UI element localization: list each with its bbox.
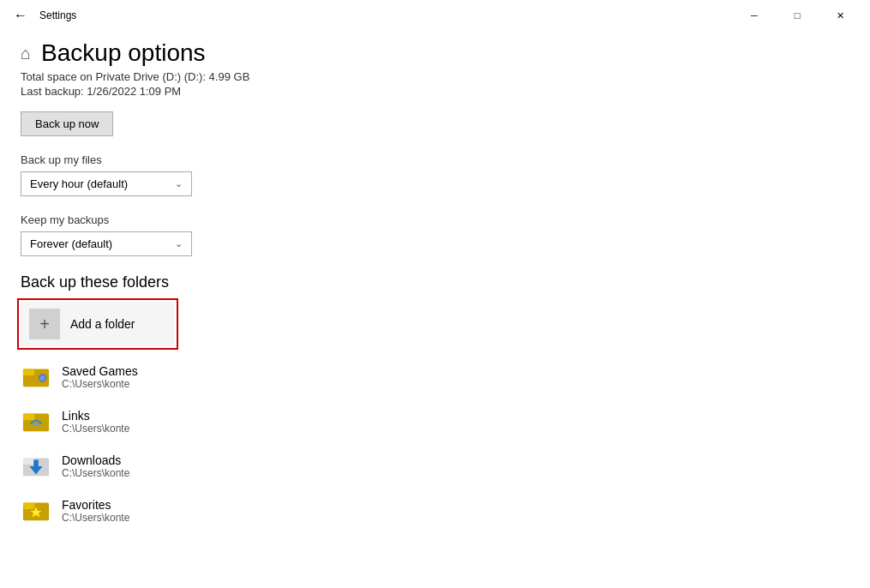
backup-frequency-dropdown[interactable]: Every hour (default) ⌄	[21, 171, 192, 196]
svg-rect-11	[23, 503, 34, 510]
total-space-text: Total space on Private Drive (D:) (D:): …	[21, 70, 849, 83]
svg-rect-5	[23, 414, 34, 421]
folder-name: Downloads	[62, 453, 129, 467]
plus-icon: +	[29, 309, 60, 339]
favorites-icon	[21, 495, 51, 526]
keep-backups-dropdown[interactable]: Forever (default) ⌄	[21, 231, 192, 256]
backup-frequency-section: Back up my files Every hour (default) ⌄	[21, 153, 849, 196]
folders-section-title: Back up these folders	[21, 273, 849, 291]
title-bar: ← Settings ─ □ ✕	[0, 0, 870, 31]
keep-backups-label: Keep my backups	[21, 213, 849, 226]
keep-backups-section: Keep my backups Forever (default) ⌄	[21, 213, 849, 256]
page-header: ⌂ Backup options	[21, 39, 849, 67]
svg-point-3	[40, 375, 45, 381]
list-item: Downloads C:\Users\konte	[21, 444, 849, 489]
title-bar-title: Settings	[39, 9, 76, 21]
add-folder-button[interactable]: + Add a folder	[21, 302, 175, 346]
downloads-icon	[21, 451, 51, 482]
svg-rect-9	[33, 459, 39, 467]
folder-path: C:\Users\konte	[62, 423, 129, 435]
links-icon	[21, 406, 51, 437]
chevron-down-icon: ⌄	[175, 178, 183, 189]
maximize-button[interactable]: □	[777, 2, 817, 29]
folder-list: Saved Games C:\Users\konte Links C:\Us	[21, 355, 849, 533]
main-content: ⌂ Backup options Total space on Private …	[0, 31, 870, 554]
home-icon: ⌂	[21, 44, 31, 63]
add-folder-label: Add a folder	[70, 317, 135, 331]
folder-info: Links C:\Users\konte	[62, 409, 129, 435]
last-backup-text: Last backup: 1/26/2022 1:09 PM	[21, 85, 849, 98]
folder-path: C:\Users\konte	[62, 467, 129, 479]
backup-now-button[interactable]: Back up now	[21, 111, 113, 136]
list-item: Links C:\Users\konte	[21, 399, 849, 444]
folder-path: C:\Users\konte	[62, 378, 138, 390]
folder-info: Saved Games C:\Users\konte	[62, 364, 138, 390]
folder-info: Downloads C:\Users\konte	[62, 453, 129, 479]
folder-name: Favorites	[62, 498, 129, 512]
folder-path: C:\Users\konte	[62, 512, 129, 524]
close-button[interactable]: ✕	[820, 2, 860, 29]
list-item: Favorites C:\Users\konte	[21, 489, 849, 533]
folder-name: Links	[62, 409, 129, 423]
minimize-button[interactable]: ─	[735, 2, 774, 29]
page-title: Backup options	[41, 39, 205, 67]
back-button[interactable]: ←	[10, 4, 31, 27]
folder-name: Saved Games	[62, 364, 138, 378]
backup-frequency-selected: Every hour (default)	[30, 177, 128, 190]
folder-info: Favorites C:\Users\konte	[62, 498, 129, 524]
folders-section: Back up these folders + Add a folder Sav…	[21, 273, 849, 533]
saved-games-icon	[21, 362, 51, 393]
title-bar-controls: ─ □ ✕	[735, 2, 860, 29]
svg-rect-1	[23, 369, 34, 376]
svg-rect-7	[23, 459, 34, 465]
chevron-down-icon: ⌄	[175, 238, 183, 249]
keep-backups-selected: Forever (default)	[30, 237, 112, 250]
list-item: Saved Games C:\Users\konte	[21, 355, 849, 399]
backup-frequency-label: Back up my files	[21, 153, 849, 166]
